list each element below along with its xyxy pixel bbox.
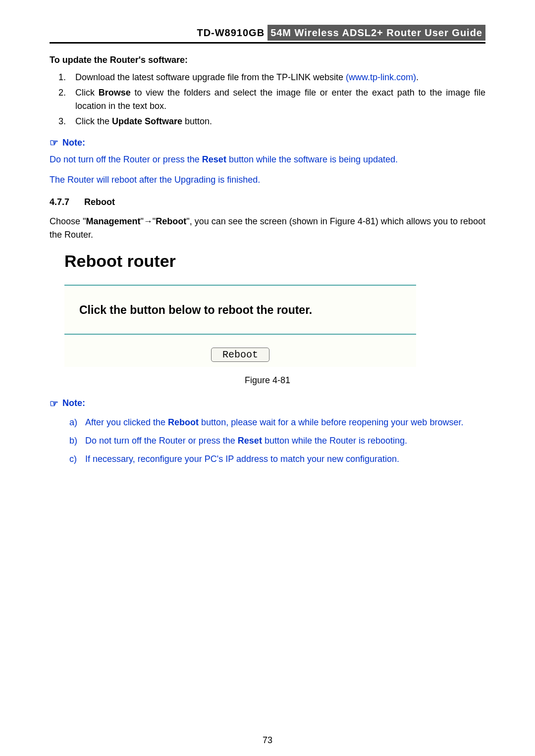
- text: After you clicked the: [85, 417, 168, 427]
- reboot-button[interactable]: Reboot: [211, 348, 269, 362]
- page-number: 73: [0, 734, 535, 747]
- note-text: Note:: [62, 397, 85, 410]
- tp-link-url[interactable]: (www.tp-link.com): [346, 72, 416, 82]
- figure-4-81: Reboot router Click the button below to …: [59, 249, 485, 367]
- update-heading: To update the Router's software:: [50, 53, 485, 67]
- reboot-label: Reboot: [156, 216, 186, 226]
- text: Click: [75, 88, 99, 98]
- management-label: Management: [86, 216, 140, 226]
- update-software-label: Update Software: [112, 116, 182, 126]
- note-text: Note:: [62, 136, 85, 150]
- hand-icon: ☞: [50, 396, 58, 411]
- hand-icon: ☞: [50, 135, 58, 150]
- note-line: The Router will reboot after the Upgradi…: [50, 173, 485, 187]
- note-label: ☞ Note:: [50, 135, 485, 150]
- item-label: b): [69, 434, 85, 448]
- page-header: TD-W8910GB 54M Wireless ADSL2+ Router Us…: [50, 25, 485, 44]
- reboot-panel: Click the button below to reboot the rou…: [64, 285, 416, 367]
- text: Download the latest software upgrade fil…: [75, 72, 346, 82]
- guide-title: 54M Wireless ADSL2+ Router User Guide: [268, 25, 485, 41]
- text: Click the: [75, 116, 112, 126]
- text: button while the software is being updat…: [226, 154, 398, 164]
- reset-label: Reset: [238, 436, 262, 446]
- section-title: Reboot: [84, 197, 115, 207]
- text: to view the folders and select the image…: [75, 88, 485, 111]
- arrow-icon: →: [144, 216, 153, 226]
- list-item: c)If necessary, reconfigure your PC's IP…: [69, 453, 485, 466]
- list-item: Click Browse to view the folders and sel…: [68, 86, 485, 113]
- list-item: Download the latest software upgrade fil…: [68, 71, 485, 84]
- section-number: 4.7.7: [50, 196, 84, 209]
- list-item: a)After you clicked the Reboot button, p…: [69, 416, 485, 429]
- item-label: a): [69, 416, 85, 429]
- item-label: c): [69, 453, 85, 466]
- text: Choose ": [50, 216, 86, 226]
- update-steps-list: Download the latest software upgrade fil…: [50, 71, 485, 128]
- text: Do not turn off the Router or press the: [85, 436, 238, 446]
- figure-title: Reboot router: [64, 249, 485, 274]
- reboot-paragraph: Choose "Management"→"Reboot", you can se…: [50, 215, 485, 242]
- note-label: ☞ Note:: [50, 396, 485, 411]
- reset-label: Reset: [202, 154, 226, 164]
- text: If necessary, reconfigure your PC's IP a…: [85, 454, 399, 464]
- model-number: TD-W8910GB: [197, 25, 265, 40]
- browse-label: Browse: [99, 88, 131, 98]
- reboot-label: Reboot: [168, 417, 199, 427]
- note-list: a)After you clicked the Reboot button, p…: [69, 416, 485, 466]
- list-item: b)Do not turn off the Router or press th…: [69, 434, 485, 448]
- reboot-prompt: Click the button below to reboot the rou…: [64, 285, 416, 335]
- button-row: Reboot: [64, 335, 416, 367]
- list-item: Click the Update Software button.: [68, 115, 485, 128]
- text: .: [416, 72, 419, 82]
- note-line: Do not turn off the Router or press the …: [50, 153, 485, 166]
- section-heading: 4.7.7Reboot: [50, 196, 485, 209]
- text: Do not turn off the Router or press the: [50, 154, 202, 164]
- text: button while the Router is rebooting.: [262, 436, 407, 446]
- text: button.: [182, 116, 212, 126]
- text: button, please wait for a while before r…: [199, 417, 463, 427]
- figure-caption: Figure 4-81: [50, 374, 485, 387]
